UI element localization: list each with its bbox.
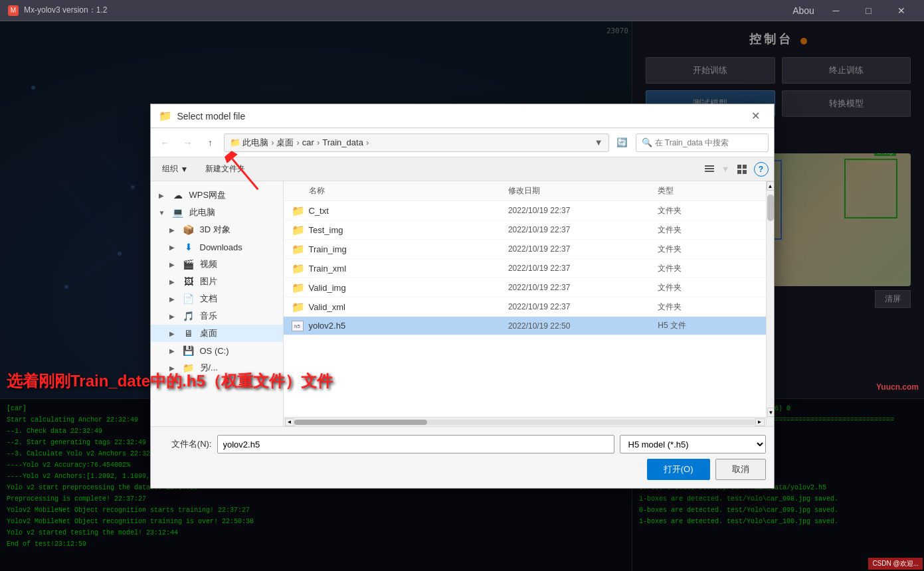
organize-button[interactable]: 组织 ▼ [156,160,195,178]
file-item-train-xml[interactable]: 📁 Train_xml 2022/10/19 22:37 文件夹 [284,259,766,278]
dialog-close-button[interactable]: ✕ [746,106,766,126]
docs-icon: 📄 [183,293,195,305]
open-button[interactable]: 打开(O) [647,459,710,480]
refresh-button[interactable]: 🔄 [613,133,632,152]
col-date-header[interactable]: 修改日期 [508,185,658,197]
file-item-train-img[interactable]: 📁 Train_img 2022/10/19 22:37 文件夹 [284,240,766,259]
cdrive-label: OS (C:) [200,346,275,356]
col-type-header[interactable]: 类型 [658,185,757,197]
thispc-label: 此电脑 [189,206,275,218]
svg-rect-28 [705,165,714,167]
svg-rect-29 [705,168,714,169]
sidebar-item-downloads[interactable]: ▶ ⬇ Downloads [151,238,283,256]
file-date-yolov2-h5: 2022/10/19 22:50 [508,321,658,331]
sidebar-item-this-pc[interactable]: ▼ 💻 此电脑 [151,204,283,221]
view-buttons: ▼ ? [700,160,769,179]
sidebar-item-music[interactable]: ▶ 🎵 音乐 [151,307,283,325]
desktop-label: 桌面 [200,327,275,339]
view-details-button[interactable] [700,160,719,179]
dialog-bottom: 文件名(N): H5 model (*.h5) 打开(O) 取消 [151,426,774,488]
file-list-header: 名称 修改日期 类型 [284,181,766,201]
cdrive-expand-icon: ▶ [169,347,177,355]
cancel-button[interactable]: 取消 [715,459,766,480]
file-name-yolov2-h5: yolov2.h5 [309,321,508,331]
up-button[interactable]: ↑ [201,133,220,152]
file-scroll-area[interactable]: 📁 C_txt 2022/10/19 22:37 文件夹 📁 Test_img … [284,201,766,417]
file-item-c-txt[interactable]: 📁 C_txt 2022/10/19 22:37 文件夹 [284,201,766,220]
new-folder-button[interactable]: 新建文件夹 [199,160,251,178]
address-bar: ← → ↑ 📁 此电脑 › 桌面 › car › Train_data › ▼ … [151,128,774,157]
address-path[interactable]: 📁 此电脑 › 桌面 › car › Train_data › ▼ [224,133,609,152]
minimize-button[interactable]: ─ [821,1,851,21]
search-box[interactable]: 🔍 [636,133,769,152]
file-type-valid-xml: 文件夹 [658,301,757,313]
sidebar-item-desktop[interactable]: ▶ 🖥 桌面 [151,325,283,342]
about-button[interactable]: Abou [788,1,818,21]
forward-button[interactable]: → [179,133,197,152]
svg-rect-30 [705,171,714,172]
svg-rect-32 [743,165,747,169]
filetype-select[interactable]: H5 model (*.h5) [620,435,766,453]
other-icon: 📁 [183,362,195,374]
scroll-right-button[interactable]: ► [755,418,765,426]
dialog-overlay: 📁 Select model file ✕ ← → ↑ 📁 此电脑 › 桌面 ›… [0,21,924,571]
music-label: 音乐 [200,310,275,322]
dialog-action-buttons: 打开(O) 取消 [159,459,766,480]
file-item-valid-xml[interactable]: 📁 Valid_xml 2022/10/19 22:37 文件夹 [284,297,766,317]
sidebar-item-other[interactable]: ▶ 📁 另/... [151,359,283,376]
path-sep-2: › [296,137,299,147]
vert-scroll-thumb[interactable] [767,195,774,221]
file-name-valid-xml: Valid_xml [309,302,508,312]
videos-label: 视频 [200,258,275,270]
sidebar-item-c-drive[interactable]: ▶ 💾 OS (C:) [151,342,283,359]
docs-expand-icon: ▶ [169,295,177,303]
videos-icon: 🎬 [183,258,195,270]
sidebar-item-pictures[interactable]: ▶ 🖼 图片 [151,273,283,290]
path-car: car [302,137,314,147]
filename-input[interactable] [217,435,614,453]
folder-icon-c-txt: 📁 [292,204,304,216]
close-button[interactable]: ✕ [886,1,916,21]
toolbar: 组织 ▼ 新建文件夹 ▼ ? [151,157,774,181]
back-button[interactable]: ← [156,133,175,152]
scroll-thumb[interactable] [294,420,427,425]
pictures-icon: 🖼 [183,276,195,287]
3d-label: 3D 对象 [200,224,275,236]
filename-row: 文件名(N): H5 model (*.h5) [159,435,766,453]
app-icon: M [8,5,19,16]
search-input[interactable] [655,138,763,147]
3d-expand-icon: ▶ [169,226,177,234]
path-sep-3: › [317,137,320,147]
sidebar-item-3d[interactable]: ▶ 📦 3D 对象 [151,221,283,238]
sidebar-item-wps[interactable]: ▶ ☁ WPS网盘 [151,187,283,204]
folder-icon-test-img: 📁 [292,224,304,236]
scroll-down-button[interactable]: ▼ [767,408,774,417]
scroll-left-button[interactable]: ◄ [285,418,294,426]
sidebar-item-videos[interactable]: ▶ 🎬 视频 [151,256,283,273]
scroll-track[interactable] [294,420,755,425]
file-type-c-txt: 文件夹 [658,205,757,216]
file-item-valid-img[interactable]: 📁 Valid_img 2022/10/19 22:37 文件夹 [284,278,766,297]
file-item-yolov2-h5[interactable]: h5 yolov2.h5 2022/10/19 22:50 H5 文件 [284,317,766,335]
music-expand-icon: ▶ [169,313,177,320]
help-button[interactable]: ? [754,162,769,177]
path-traindata: Train_data [322,137,363,147]
file-type-valid-img: 文件夹 [658,282,757,293]
maximize-button[interactable]: □ [854,1,883,21]
file-item-test-img[interactable]: 📁 Test_img 2022/10/19 22:37 文件夹 [284,220,766,240]
folder-icon-valid-xml: 📁 [292,301,304,313]
downloads-expand-icon: ▶ [169,244,177,251]
dialog-title-text: Select model file [177,111,746,122]
sidebar-item-docs[interactable]: ▶ 📄 文档 [151,290,283,307]
horizontal-scrollbar[interactable]: ◄ ► [284,417,766,426]
col-name-header[interactable]: 名称 [309,185,508,197]
view-large-button[interactable] [733,160,751,179]
docs-label: 文档 [200,293,275,305]
vertical-scrollbar[interactable]: ▲ ▼ [766,181,774,426]
watermark: Yuucn.com [876,382,919,392]
organize-label: 组织 [162,163,178,175]
music-icon: 🎵 [183,310,195,322]
scroll-up-button[interactable]: ▲ [767,181,774,191]
path-dropdown-icon[interactable]: ▼ [595,137,603,147]
search-icon: 🔍 [642,137,652,147]
